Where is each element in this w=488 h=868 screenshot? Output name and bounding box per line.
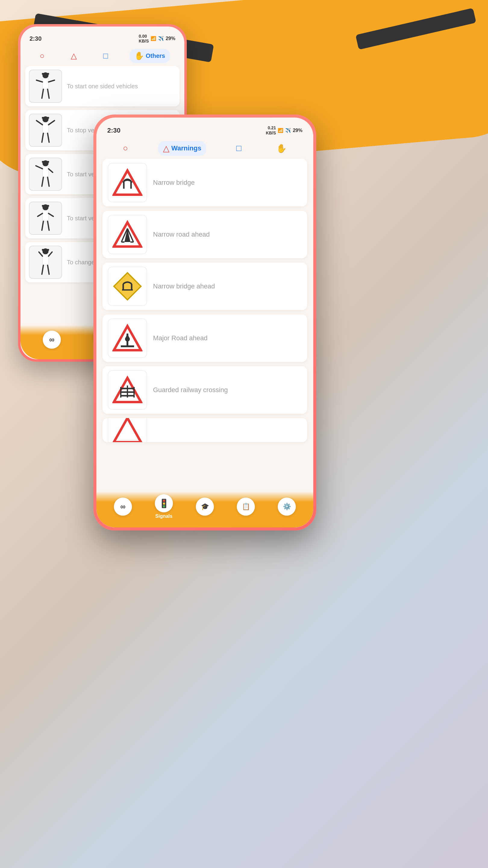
phone2-nav-infinity[interactable]: ∞ — [114, 498, 132, 516]
phone1-tab-triangle[interactable]: △ — [66, 49, 82, 63]
phone2-nav-notes[interactable]: 📋 — [237, 498, 255, 516]
svg-rect-34 — [42, 249, 49, 251]
phone2-signals-icon: 🚦 — [155, 494, 173, 513]
svg-rect-6 — [42, 73, 49, 75]
police-figure-1 — [29, 70, 62, 103]
phone2-battery: 29% — [293, 128, 302, 133]
warning-item-narrow-bridge-ahead[interactable]: Narrow bridge ahead — [102, 262, 307, 310]
phone2-tab-hand[interactable]: ✋ — [271, 141, 292, 156]
phone1-tab-others[interactable]: ✋ Others — [130, 49, 170, 63]
narrow-bridge-sign — [108, 163, 147, 202]
phone2-tab-square[interactable]: □ — [231, 141, 246, 156]
svg-rect-29 — [42, 254, 48, 265]
phone1-infinity-icon: ∞ — [43, 331, 61, 349]
phone2-notes-icon: 📋 — [237, 498, 255, 516]
phone1-network: 0.00KB/S — [139, 34, 149, 43]
svg-line-5 — [47, 89, 49, 98]
svg-line-2 — [36, 80, 42, 82]
phone2-graduate-icon: 🎓 — [196, 498, 214, 516]
phone-2: 2:30 0.21KB/S 📶 ✈️ 29% ○ △ Warnings — [93, 115, 316, 530]
major-road-label: Major Road ahead — [153, 334, 207, 342]
phone1-nav-infinity[interactable]: ∞ — [43, 331, 61, 349]
svg-line-31 — [48, 252, 52, 256]
narrow-bridge-label: Narrow bridge — [153, 179, 195, 187]
svg-line-33 — [47, 265, 49, 274]
warning-item-narrow-road[interactable]: Narrow road ahead — [102, 211, 307, 258]
phone1-battery: 29% — [166, 36, 175, 41]
warning-item-major-road[interactable]: Major Road ahead — [102, 314, 307, 362]
phone1-wifi-icon: 📶 — [151, 36, 156, 41]
svg-line-23 — [38, 213, 42, 216]
svg-line-19 — [47, 177, 49, 186]
phone1-status-icons: 0.00KB/S 📶 ✈️ 29% — [139, 34, 175, 43]
narrow-bridge-ahead-sign — [108, 267, 147, 306]
phone2-nav-settings[interactable]: ⚙️ — [278, 498, 296, 516]
phone2-warnings-list: Narrow bridge — [96, 159, 313, 491]
police-figure-4 — [29, 202, 62, 235]
svg-line-18 — [42, 177, 43, 186]
svg-rect-8 — [42, 122, 48, 133]
phone2-time: 2:30 — [107, 127, 121, 134]
phone2-nav-tabs: ○ △ Warnings □ ✋ — [96, 138, 313, 159]
svg-rect-22 — [42, 210, 48, 221]
phone2-warnings-label: Warnings — [171, 144, 201, 152]
svg-rect-27 — [42, 205, 49, 207]
svg-rect-1 — [42, 79, 48, 89]
svg-line-26 — [47, 221, 49, 230]
phone2-bottom-nav: ∞ 🚦 Signals 🎓 📋 ⚙️ — [96, 491, 313, 527]
narrow-road-label: Narrow road ahead — [153, 230, 210, 239]
svg-marker-44 — [114, 273, 141, 300]
phone1-airplane-icon: ✈️ — [158, 36, 164, 41]
warning-item-narrow-bridge[interactable]: Narrow bridge — [102, 159, 307, 207]
list-item-1[interactable]: To start one sided vehicles — [25, 66, 180, 106]
warning-item-railway[interactable]: Guarded railway crossing — [102, 366, 307, 414]
police-figure-5 — [29, 246, 62, 279]
svg-marker-35 — [114, 170, 141, 195]
notch-1 — [78, 27, 127, 36]
narrow-road-sign — [108, 215, 147, 254]
phone2-tab-circle[interactable]: ○ — [118, 141, 133, 156]
warning-item-partial[interactable] — [102, 418, 307, 442]
svg-line-4 — [42, 89, 43, 98]
police-figure-3 — [29, 158, 62, 191]
phone1-others-label: Others — [146, 53, 165, 59]
phone2-status-icons: 0.21KB/S 📶 ✈️ 29% — [266, 125, 302, 135]
svg-rect-13 — [42, 117, 49, 119]
phone1-time: 2:30 — [30, 35, 41, 42]
svg-line-16 — [36, 166, 42, 169]
notch-2 — [175, 118, 235, 128]
railway-label: Guarded railway crossing — [153, 386, 228, 394]
railway-sign — [108, 370, 147, 410]
svg-rect-15 — [42, 166, 48, 177]
narrow-bridge-ahead-label: Narrow bridge ahead — [153, 282, 215, 290]
svg-rect-20 — [42, 161, 49, 163]
svg-line-10 — [48, 121, 55, 125]
phone2-infinity-icon: ∞ — [114, 498, 132, 516]
svg-line-9 — [36, 121, 42, 125]
phone2-signals-label: Signals — [156, 514, 173, 519]
phone2-nav-graduate[interactable]: 🎓 — [196, 498, 214, 516]
phone2-settings-icon: ⚙️ — [278, 498, 296, 516]
phone2-airplane-icon: ✈️ — [285, 128, 291, 133]
svg-line-24 — [48, 213, 53, 216]
svg-line-32 — [42, 265, 43, 274]
phone2-network: 0.21KB/S — [266, 125, 276, 135]
phone2-wifi-icon: 📶 — [278, 128, 284, 133]
svg-line-12 — [47, 133, 49, 142]
svg-line-25 — [42, 221, 43, 230]
svg-line-30 — [39, 252, 42, 256]
phone2-nav-signals[interactable]: 🚦 Signals — [155, 494, 173, 519]
phone1-nav-tabs: ○ △ □ ✋ Others — [21, 46, 184, 66]
item-text-1: To start one sided vehicles — [67, 83, 138, 90]
phone2-tab-triangle[interactable]: △ Warnings — [158, 141, 206, 156]
phone1-tab-square[interactable]: □ — [98, 49, 113, 63]
svg-line-3 — [48, 80, 55, 82]
svg-line-11 — [42, 133, 43, 142]
svg-marker-60 — [114, 418, 141, 442]
svg-line-17 — [48, 169, 53, 173]
major-road-sign — [108, 318, 147, 358]
phone1-tab-circle[interactable]: ○ — [35, 49, 50, 63]
partial-sign — [108, 418, 147, 442]
police-figure-2 — [29, 114, 62, 147]
